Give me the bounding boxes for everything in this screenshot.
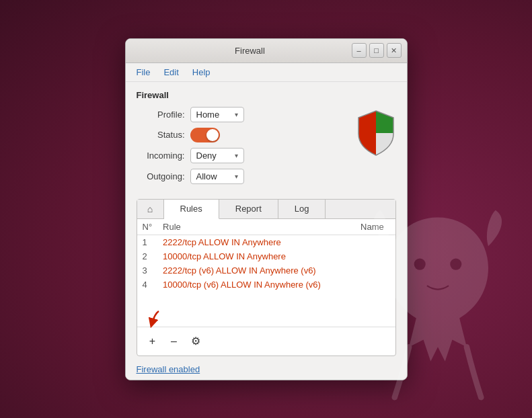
outgoing-label: Outgoing:: [137, 171, 190, 181]
titlebar: Firewall – □ ✕: [126, 39, 407, 63]
row-num: 3: [137, 263, 158, 278]
row-name: [355, 249, 395, 263]
col-header-rule: Rule: [157, 219, 355, 235]
row-rule: 10000/tcp ALLOW IN Anywhere: [157, 249, 355, 263]
row-name: [355, 263, 395, 278]
svg-point-1: [450, 259, 461, 270]
remove-icon: –: [171, 335, 177, 347]
col-header-name: Name: [355, 219, 395, 235]
row-name: [355, 235, 395, 249]
status-text[interactable]: Firewall enabled: [137, 364, 200, 374]
row-num: 1: [137, 235, 158, 249]
menu-file[interactable]: File: [131, 66, 156, 79]
main-window: Firewall – □ ✕ File Edit Help Firewall P…: [125, 38, 408, 380]
row-rule: 2222/tcp (v6) ALLOW IN Anywhere (v6): [157, 263, 355, 278]
incoming-row: Incoming: Deny ▾: [137, 148, 342, 163]
status-row: Status:: [137, 128, 342, 142]
profile-dropdown-arrow: ▾: [235, 111, 238, 118]
status-toggle[interactable]: [190, 128, 220, 142]
rules-table: N° Rule Name 1 2222/tcp ALLOW IN Anywher…: [137, 219, 395, 292]
window-controls: – □ ✕: [352, 43, 402, 58]
tab-rules[interactable]: Rules: [164, 200, 219, 219]
incoming-dropdown[interactable]: Deny ▾: [190, 148, 244, 163]
statusbar: Firewall enabled: [126, 362, 407, 380]
profile-label: Profile:: [137, 110, 190, 120]
add-icon: +: [149, 335, 155, 347]
profile-dropdown[interactable]: Home ▾: [190, 107, 244, 122]
tabs-header: ⌂ Rules Report Log: [137, 200, 395, 219]
row-num: 4: [137, 278, 158, 292]
home-icon: ⌂: [147, 204, 153, 214]
row-num: 2: [137, 249, 158, 263]
tab-log[interactable]: Log: [278, 200, 326, 218]
incoming-label: Incoming:: [137, 151, 190, 161]
table-row[interactable]: 1 2222/tcp ALLOW IN Anywhere: [137, 235, 395, 249]
window-title: Firewall: [149, 46, 352, 56]
outgoing-dropdown-arrow: ▾: [235, 173, 238, 180]
remove-rule-button[interactable]: –: [165, 333, 183, 350]
svg-rect-2: [358, 111, 376, 155]
settings-button[interactable]: ⚙: [187, 333, 204, 350]
maximize-button[interactable]: □: [369, 43, 384, 58]
row-rule: 10000/tcp (v6) ALLOW IN Anywhere (v6): [157, 278, 355, 292]
svg-point-0: [414, 259, 426, 270]
menu-edit[interactable]: Edit: [158, 66, 184, 79]
profile-value: Home: [196, 110, 220, 120]
row-name: [355, 278, 395, 292]
profile-row: Profile: Home ▾: [137, 107, 342, 122]
add-rule-button[interactable]: +: [144, 333, 161, 350]
table-row[interactable]: 4 10000/tcp (v6) ALLOW IN Anywhere (v6): [137, 278, 395, 292]
row-rule: 2222/tcp ALLOW IN Anywhere: [157, 235, 355, 249]
settings-icon: ⚙: [191, 335, 200, 347]
form-area: Profile: Home ▾ Status: Incoming:: [137, 107, 396, 190]
tab-report[interactable]: Report: [219, 200, 278, 218]
section-title: Firewall: [137, 90, 396, 100]
menubar: File Edit Help: [126, 63, 407, 82]
outgoing-dropdown[interactable]: Allow ▾: [190, 169, 244, 184]
col-header-num: N°: [137, 219, 158, 235]
close-button[interactable]: ✕: [387, 43, 402, 58]
shield-icon: [356, 110, 396, 159]
table-row[interactable]: 2 10000/tcp ALLOW IN Anywhere: [137, 249, 395, 263]
toggle-thumb: [206, 129, 219, 141]
rules-toolbar: + – ⚙: [137, 327, 395, 356]
form-fields: Profile: Home ▾ Status: Incoming:: [137, 107, 342, 190]
outgoing-value: Allow: [196, 171, 217, 181]
status-label: Status:: [137, 130, 190, 140]
incoming-dropdown-arrow: ▾: [235, 152, 238, 159]
incoming-value: Deny: [196, 151, 217, 161]
outgoing-row: Outgoing: Allow ▾: [137, 169, 342, 184]
content-area: Firewall Profile: Home ▾ Status:: [126, 82, 407, 362]
rules-table-container: N° Rule Name 1 2222/tcp ALLOW IN Anywher…: [137, 219, 395, 327]
tab-home[interactable]: ⌂: [137, 200, 164, 218]
menu-help[interactable]: Help: [187, 66, 216, 79]
table-row[interactable]: 3 2222/tcp (v6) ALLOW IN Anywhere (v6): [137, 263, 395, 278]
tabs-area: ⌂ Rules Report Log N° Rule Name: [137, 199, 396, 356]
minimize-button[interactable]: –: [352, 43, 367, 58]
